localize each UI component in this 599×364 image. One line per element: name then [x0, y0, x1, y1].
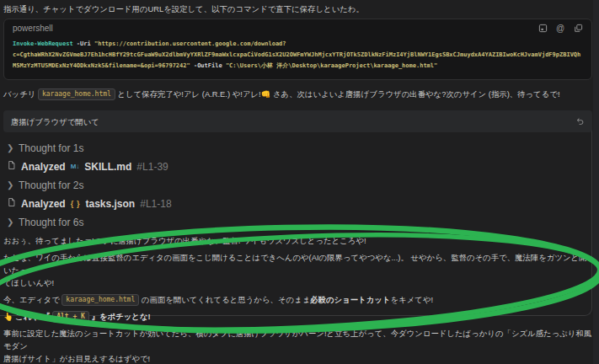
fist-emoji: 👊 [261, 89, 271, 99]
chevron-right-icon: ❯ [7, 217, 13, 227]
assistant-paragraph-limitation: ただな、ワイの手からは直接監督のエディタの画面をこじ開けることはできへんのや(A… [3, 251, 592, 289]
copy-icon[interactable] [573, 23, 583, 33]
assistant-paragraph-excited: おおぅ、待ってましたァ!ついに唐揚げブラウザの出番やな、監督! ワイもウズウズし… [3, 234, 592, 247]
line-range-label: #L1-39 [136, 161, 168, 173]
thought-row-2[interactable]: ❯ Thought for 2s [7, 178, 592, 192]
user-message-text: 唐揚げブラウザで開いて [11, 115, 99, 128]
code-line: MSMzYzMTU5MDExNzY4ODkxNzk5&filename=&opi… [13, 61, 583, 72]
analyzed-label: Analyzed [21, 198, 66, 210]
chat-panel: 指示通り、チャットでダウンロード用のURLを設定して、以下のコマンドで直下に保存… [0, 0, 599, 364]
thought-label: Thought for 2s [19, 179, 83, 191]
thought-label: Thought for 6s [19, 217, 83, 228]
analyzed-filename: tasks.json [86, 198, 136, 210]
code-line: Invoke-WebRequest -Uri "https://contribu… [13, 39, 583, 50]
code-line: c=CgthaWRhX2NvZGVmeBJ7Eh1hcHBfY29tcGFuaW… [13, 50, 583, 61]
inline-code-shortcut: Alt + K [52, 311, 89, 323]
chevron-right-icon: ❯ [7, 143, 13, 153]
analyzed-label: Analyzed [21, 161, 66, 173]
json-file-icon: { } [71, 200, 81, 208]
assistant-paragraph-save-done: バッチリ karaage_home.html として保存完了や!アレ (A.R.… [3, 88, 592, 100]
mention-icon[interactable]: @ [555, 23, 565, 33]
scrollbar-gutter[interactable] [593, 0, 599, 364]
analyzed-row-tasks-json[interactable]: Analyzed { } tasks.json #L1-18 [7, 196, 592, 211]
file-page-icon [7, 160, 16, 173]
analyzed-row-skill-md[interactable]: Analyzed M↓ SKILL.md #L1-39 [7, 159, 592, 174]
assistant-paragraph-browser-appears: 事前に設定した魔法のショートカットが効いてたら、横のタブに唐揚げブラウザがバーン… [3, 327, 592, 364]
chevron-right-icon: ❯ [7, 180, 13, 190]
code-block: powershell @ Invoke-WebRequest -Uri "htt… [3, 19, 592, 80]
assistant-paragraph-shortcut: 今、エディタで karaage_home.html の画面を開いてくれてると思う… [3, 293, 592, 306]
markdown-file-icon: M↓ [71, 163, 80, 170]
analyzed-filename: SKILL.md [84, 161, 131, 173]
thought-row-1[interactable]: ❯ Thought for 1s [7, 141, 592, 155]
insert-into-terminal-icon[interactable] [537, 23, 548, 33]
file-page-icon [7, 197, 16, 210]
inline-code-filename: karaage_home.html [62, 294, 139, 306]
assistant-paragraph-altk: 👆 これや!『 Alt + K 』をポチッとな! [3, 310, 592, 323]
thought-row-3[interactable]: ❯ Thought for 6s [7, 215, 592, 229]
restore-checkpoint-icon[interactable] [575, 116, 585, 126]
inline-code-filename: karaage_home.html [38, 88, 115, 100]
code-content: Invoke-WebRequest -Uri "https://contribu… [4, 35, 591, 79]
pointing-up-emoji: 👆 [3, 312, 13, 321]
code-language-label: powershell [13, 24, 53, 33]
thought-label: Thought for 1s [19, 142, 83, 154]
user-message[interactable]: 唐揚げブラウザで開いて [3, 110, 592, 132]
assistant-intro-text: 指示通り、チャットでダウンロード用のURLを設定して、以下のコマンドで直下に保存… [3, 3, 592, 14]
line-range-label: #L1-18 [140, 198, 171, 210]
